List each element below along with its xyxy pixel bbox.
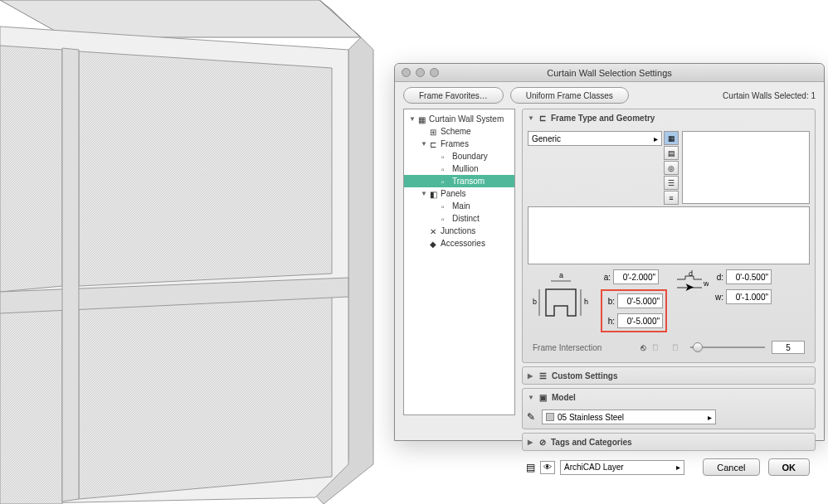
- settings-dialog: Curtain Wall Selection Settings Frame Fa…: [394, 63, 825, 441]
- frame-intersection-label: Frame Intersection: [533, 343, 634, 352]
- tree-transom[interactable]: ▫Transom: [404, 175, 514, 187]
- dim-label-w: w:: [714, 293, 723, 302]
- frame-section-icon: ⊏: [539, 114, 546, 123]
- section-header-type[interactable]: ▼⊏Frame Type and Geometry: [523, 109, 815, 126]
- layer-visibility-toggle[interactable]: 👁: [540, 461, 555, 474]
- preview-mode-btn-3[interactable]: ◎: [664, 161, 679, 175]
- dim-input-d[interactable]: [726, 269, 772, 284]
- frame-type-list[interactable]: [528, 206, 810, 264]
- model-viewport[interactable]: [0, 0, 390, 504]
- dim-label-h: h:: [605, 317, 615, 326]
- tree-frames[interactable]: ▼⊏Frames: [404, 138, 514, 150]
- section-frame-type-geometry: ▼⊏Frame Type and Geometry Generic▸ ▦ ▤ ◎…: [522, 109, 816, 363]
- svg-text:w: w: [703, 279, 709, 288]
- profile-diagram-dw: d w: [672, 269, 709, 294]
- tree-scheme[interactable]: ⊞Scheme: [404, 125, 514, 138]
- model-icon: ▣: [539, 393, 547, 402]
- dim-label-b: b:: [605, 297, 615, 306]
- uniform-frame-classes-button[interactable]: Uniform Frame Classes: [510, 87, 629, 104]
- frame-type-select[interactable]: Generic▸: [528, 131, 662, 146]
- material-select[interactable]: 05 Stainless Steel▸: [542, 410, 716, 424]
- tree-junctions[interactable]: ✕Junctions: [404, 225, 514, 237]
- svg-text:h: h: [584, 298, 588, 306]
- layer-stack-icon[interactable]: ▤: [526, 462, 535, 473]
- tree-mullion[interactable]: ▫Mullion: [404, 162, 514, 175]
- frame-preview: [682, 131, 810, 204]
- highlight-box: b: h:: [601, 289, 667, 332]
- section-header-custom[interactable]: ▶☰Custom Settings: [523, 367, 815, 384]
- slider-ticks: ⎕ ⎕: [653, 343, 684, 351]
- tree-distinct[interactable]: ▫Distinct: [404, 212, 514, 225]
- titlebar[interactable]: Curtain Wall Selection Settings: [395, 64, 824, 82]
- dialog-title: Curtain Wall Selection Settings: [395, 68, 824, 78]
- svg-marker-7: [79, 51, 332, 286]
- section-tags: ▶⊘Tags and Categories: [522, 433, 816, 451]
- preview-mode-btn-5[interactable]: ≡: [664, 191, 679, 205]
- dim-label-d: d:: [714, 273, 723, 282]
- layer-select[interactable]: ArchiCAD Layer▸: [560, 460, 684, 475]
- tree-root[interactable]: ▼▦Curtain Wall System: [404, 113, 514, 125]
- section-model: ▼▣Model ✎ 05 Stainless Steel▸: [522, 388, 816, 429]
- intersection-slider[interactable]: [690, 342, 765, 353]
- accessories-icon: ◆: [430, 240, 438, 248]
- ok-button[interactable]: OK: [768, 458, 811, 476]
- preview-mode-btn-4[interactable]: ☰: [664, 176, 679, 190]
- tags-icon: ⊘: [539, 438, 546, 447]
- svg-marker-6: [0, 46, 62, 292]
- dim-label-a: a:: [601, 273, 611, 282]
- svg-marker-11: [62, 48, 79, 502]
- diag-label-a: a: [559, 271, 563, 279]
- svg-marker-9: [79, 292, 332, 499]
- preview-mode-btn-2[interactable]: ▤: [664, 146, 679, 160]
- paint-icon[interactable]: ✎: [527, 411, 535, 423]
- section-header-model[interactable]: ▼▣Model: [523, 389, 815, 405]
- section-header-tags[interactable]: ▶⊘Tags and Categories: [523, 434, 815, 450]
- boundary-icon: ▫: [441, 153, 450, 161]
- mullion-icon: ▫: [441, 165, 450, 173]
- tree-boundary[interactable]: ▫Boundary: [404, 150, 514, 162]
- dim-input-h[interactable]: [617, 313, 663, 328]
- tree-panels[interactable]: ▼◧Panels: [404, 187, 514, 200]
- profile-diagram-abh: a b h: [529, 269, 596, 327]
- material-swatch: [546, 413, 554, 421]
- dim-input-b[interactable]: [617, 293, 663, 308]
- scheme-icon: ⊞: [430, 128, 438, 136]
- cancel-button[interactable]: Cancel: [703, 458, 759, 476]
- intersection-value[interactable]: [772, 341, 805, 354]
- transom-icon: ▫: [441, 177, 450, 186]
- panels-icon: ◧: [430, 190, 438, 198]
- junctions-icon: ✕: [430, 227, 438, 235]
- grid-icon: ▦: [418, 115, 426, 124]
- selection-count: Curtain Walls Selected: 1: [723, 91, 816, 100]
- frame-favorites-button[interactable]: Frame Favorites…: [403, 87, 504, 104]
- section-custom-settings: ▶☰Custom Settings: [522, 366, 816, 385]
- frames-icon: ⊏: [430, 140, 438, 148]
- main-icon: ▫: [441, 202, 450, 211]
- svg-text:b: b: [533, 298, 537, 306]
- tree-main[interactable]: ▫Main: [404, 200, 514, 212]
- svg-marker-8: [0, 307, 62, 504]
- dropdown-icon: ▸: [708, 413, 712, 422]
- custom-icon: ☰: [539, 371, 547, 380]
- dim-input-a[interactable]: [613, 269, 659, 284]
- distinct-icon: ▫: [441, 215, 450, 223]
- preview-mode-btn-1[interactable]: ▦: [664, 131, 679, 145]
- component-tree[interactable]: ▼▦Curtain Wall System ⊞Scheme ▼⊏Frames ▫…: [403, 109, 515, 415]
- dropdown-icon: ▸: [654, 134, 658, 143]
- tree-accessories[interactable]: ◆Accessories: [404, 237, 514, 250]
- dropdown-icon: ▸: [676, 463, 680, 472]
- link-icon[interactable]: ⎋: [640, 342, 646, 352]
- dim-input-w[interactable]: [726, 289, 772, 304]
